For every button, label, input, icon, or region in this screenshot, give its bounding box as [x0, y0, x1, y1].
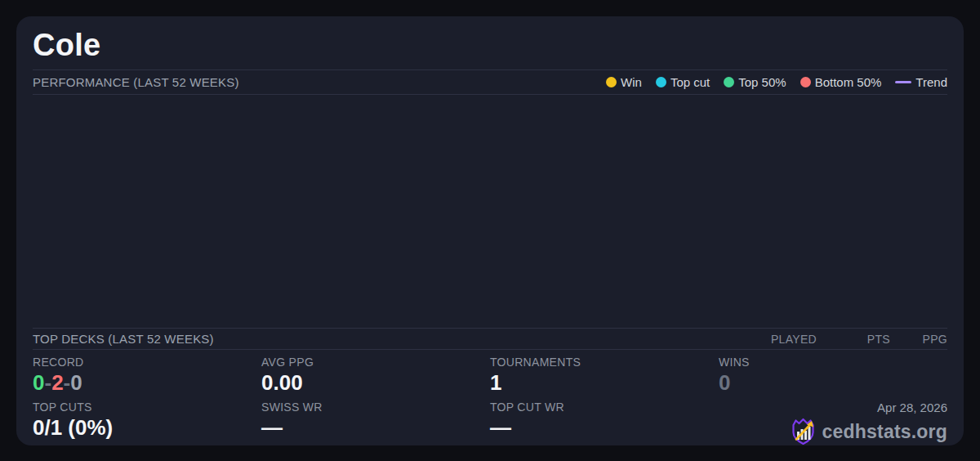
stat-swiss-wr: SWISS WR —	[261, 401, 490, 445]
record-separator: -	[64, 370, 71, 395]
legend-item-bottom-50[interactable]: Bottom 50%	[800, 75, 882, 89]
brand-row: cedhstats.org	[790, 418, 947, 445]
performance-chart	[33, 95, 947, 328]
stats-grid: RECORD 0-2-0 AVG PPG 0.00 TOURNAMENTS 1 …	[33, 350, 947, 445]
stat-value: —	[490, 416, 719, 440]
stat-avg-ppg: AVG PPG 0.00	[261, 356, 490, 395]
record-draws: 0	[70, 370, 82, 395]
trend-line-icon	[895, 81, 911, 83]
top-decks-section-title: TOP DECKS (LAST 52 WEEKS)	[33, 332, 214, 346]
record-separator: -	[44, 370, 51, 395]
player-name: Cole	[33, 28, 101, 63]
legend-label: Bottom 50%	[815, 75, 882, 89]
stat-record: RECORD 0-2-0	[33, 356, 261, 395]
stat-value: 1	[490, 371, 719, 395]
stat-label: TOP CUT WR	[490, 401, 719, 414]
top-decks-header-row: TOP DECKS (LAST 52 WEEKS) PLAYED PTS PPG	[33, 329, 947, 349]
performance-header-row: PERFORMANCE (LAST 52 WEEKS) Win Top cut …	[33, 70, 947, 94]
stat-label: TOP CUTS	[33, 401, 261, 414]
stat-label: SWISS WR	[261, 401, 490, 414]
stat-wins: WINS 0	[719, 356, 947, 395]
bottom-50-dot-icon	[800, 77, 811, 87]
stat-top-cuts: TOP CUTS 0/1 (0%)	[33, 401, 261, 445]
stat-tournaments: TOURNAMENTS 1	[490, 356, 719, 395]
legend-item-win[interactable]: Win	[606, 75, 642, 89]
record-losses: 2	[51, 370, 63, 395]
legend-item-trend[interactable]: Trend	[895, 75, 947, 89]
top-cut-dot-icon	[656, 77, 666, 87]
stat-top-cut-wr: TOP CUT WR —	[490, 401, 719, 445]
shield-bar-chart-arrow-icon	[790, 418, 817, 445]
top-decks-column-headers: PLAYED PTS PPG	[743, 333, 947, 346]
brand-name: cedhstats.org	[822, 421, 947, 443]
legend-label: Trend	[915, 75, 947, 89]
stat-label: AVG PPG	[261, 356, 490, 369]
top-50-dot-icon	[724, 77, 734, 87]
stat-label: TOURNAMENTS	[490, 356, 719, 369]
stat-label: WINS	[719, 356, 947, 369]
record-wins: 0	[33, 370, 44, 395]
legend-item-top-cut[interactable]: Top cut	[656, 75, 710, 89]
win-dot-icon	[606, 77, 617, 87]
player-stats-card: Cole PERFORMANCE (LAST 52 WEEKS) Win Top…	[16, 16, 964, 445]
footer-cell: Apr 28, 2026 cedhstats.org	[719, 401, 947, 445]
legend-label: Top 50%	[738, 75, 786, 89]
legend-label: Top cut	[670, 75, 710, 89]
legend-label: Win	[621, 75, 642, 89]
title-block: Cole	[33, 16, 947, 69]
column-header-played: PLAYED	[743, 333, 817, 346]
stat-value: 0/1 (0%)	[33, 416, 261, 440]
chart-legend: Win Top cut Top 50% Bottom 50% Trend	[606, 75, 947, 89]
legend-item-top-50[interactable]: Top 50%	[724, 75, 786, 89]
column-header-pts: PTS	[817, 333, 890, 346]
stat-value: 0.00	[261, 371, 490, 395]
performance-section-title: PERFORMANCE (LAST 52 WEEKS)	[33, 75, 239, 89]
stat-label: RECORD	[33, 356, 261, 369]
stat-value: —	[261, 416, 490, 440]
stat-value: 0	[719, 371, 947, 395]
record-value: 0-2-0	[33, 371, 261, 395]
column-header-ppg: PPG	[890, 333, 947, 346]
report-date: Apr 28, 2026	[877, 401, 947, 414]
